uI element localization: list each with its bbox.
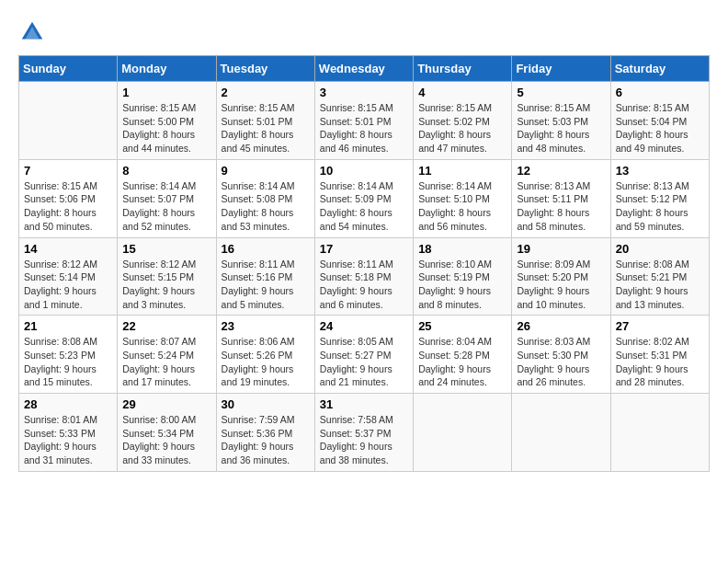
cell-week3-day5: 19Sunrise: 8:09 AM Sunset: 5:20 PM Dayli… (512, 237, 610, 316)
cell-week5-day0: 28Sunrise: 8:01 AM Sunset: 5:33 PM Dayli… (19, 394, 118, 472)
week-row-3: 14Sunrise: 8:12 AM Sunset: 5:14 PM Dayli… (19, 237, 710, 316)
day-number: 27 (616, 319, 704, 333)
day-info: Sunrise: 8:13 AM Sunset: 5:11 PM Dayligh… (517, 179, 605, 234)
day-info: Sunrise: 8:15 AM Sunset: 5:02 PM Dayligh… (418, 101, 506, 155)
cell-week3-day3: 17Sunrise: 8:11 AM Sunset: 5:18 PM Dayli… (314, 237, 413, 316)
day-info: Sunrise: 8:09 AM Sunset: 5:20 PM Dayligh… (517, 258, 605, 312)
day-number: 3 (320, 86, 408, 99)
calendar-header: Sunday Monday Tuesday Wednesday Thursday… (19, 56, 710, 82)
day-info: Sunrise: 8:04 AM Sunset: 5:28 PM Dayligh… (418, 335, 506, 389)
day-info: Sunrise: 8:14 AM Sunset: 5:08 PM Dayligh… (222, 179, 310, 234)
week-row-5: 28Sunrise: 8:01 AM Sunset: 5:33 PM Dayli… (19, 394, 710, 472)
day-info: Sunrise: 8:01 AM Sunset: 5:33 PM Dayligh… (24, 413, 112, 467)
cell-week2-day5: 12Sunrise: 8:13 AM Sunset: 5:11 PM Dayli… (512, 159, 610, 237)
header-friday: Friday (512, 56, 610, 82)
day-info: Sunrise: 8:03 AM Sunset: 5:30 PM Dayligh… (517, 335, 605, 389)
day-info: Sunrise: 8:07 AM Sunset: 5:24 PM Dayligh… (122, 335, 210, 389)
day-info: Sunrise: 8:11 AM Sunset: 5:16 PM Dayligh… (222, 258, 310, 312)
cell-week4-day4: 25Sunrise: 8:04 AM Sunset: 5:28 PM Dayli… (414, 316, 512, 394)
cell-week1-day4: 4Sunrise: 8:15 AM Sunset: 5:02 PM Daylig… (414, 82, 512, 160)
day-number: 25 (418, 319, 506, 333)
cell-week4-day1: 22Sunrise: 8:07 AM Sunset: 5:24 PM Dayli… (118, 316, 216, 394)
day-number: 5 (517, 86, 605, 99)
cell-week3-day0: 14Sunrise: 8:12 AM Sunset: 5:14 PM Dayli… (19, 237, 118, 316)
day-number: 23 (222, 319, 310, 333)
day-number: 24 (320, 319, 408, 333)
day-number: 14 (24, 242, 112, 256)
day-info: Sunrise: 8:15 AM Sunset: 5:06 PM Dayligh… (24, 179, 112, 234)
cell-week1-day0 (19, 82, 118, 160)
day-info: Sunrise: 8:11 AM Sunset: 5:18 PM Dayligh… (320, 258, 408, 312)
cell-week3-day1: 15Sunrise: 8:12 AM Sunset: 5:15 PM Dayli… (118, 237, 216, 316)
week-row-4: 21Sunrise: 8:08 AM Sunset: 5:23 PM Dayli… (19, 316, 710, 394)
cell-week4-day5: 26Sunrise: 8:03 AM Sunset: 5:30 PM Dayli… (512, 316, 610, 394)
cell-week1-day5: 5Sunrise: 8:15 AM Sunset: 5:03 PM Daylig… (512, 82, 610, 160)
cell-week2-day4: 11Sunrise: 8:14 AM Sunset: 5:10 PM Dayli… (414, 159, 512, 237)
day-number: 11 (418, 164, 506, 178)
day-number: 4 (418, 86, 506, 99)
day-number: 10 (320, 164, 408, 178)
day-info: Sunrise: 7:58 AM Sunset: 5:37 PM Dayligh… (320, 413, 408, 467)
day-info: Sunrise: 8:05 AM Sunset: 5:27 PM Dayligh… (320, 335, 408, 389)
day-number: 26 (517, 319, 605, 333)
day-number: 8 (122, 164, 210, 178)
header-monday: Monday (118, 56, 216, 82)
day-info: Sunrise: 8:15 AM Sunset: 5:03 PM Dayligh… (517, 101, 605, 155)
day-info: Sunrise: 8:12 AM Sunset: 5:15 PM Dayligh… (122, 258, 210, 312)
cell-week5-day3: 31Sunrise: 7:58 AM Sunset: 5:37 PM Dayli… (314, 394, 413, 472)
cell-week1-day6: 6Sunrise: 8:15 AM Sunset: 5:04 PM Daylig… (610, 82, 709, 160)
header-saturday: Saturday (610, 56, 709, 82)
day-number: 9 (222, 164, 310, 178)
day-info: Sunrise: 8:08 AM Sunset: 5:21 PM Dayligh… (616, 258, 704, 312)
cell-week4-day0: 21Sunrise: 8:08 AM Sunset: 5:23 PM Dayli… (19, 316, 118, 394)
logo (18, 18, 50, 46)
logo-icon (18, 18, 46, 46)
day-number: 13 (616, 164, 704, 178)
cell-week3-day6: 20Sunrise: 8:08 AM Sunset: 5:21 PM Dayli… (610, 237, 709, 316)
header-tuesday: Tuesday (216, 56, 314, 82)
calendar-table: Sunday Monday Tuesday Wednesday Thursday… (18, 55, 710, 472)
day-info: Sunrise: 8:15 AM Sunset: 5:01 PM Dayligh… (320, 101, 408, 155)
cell-week5-day6 (610, 394, 709, 472)
day-number: 21 (24, 319, 112, 333)
day-number: 29 (122, 397, 210, 411)
day-info: Sunrise: 8:02 AM Sunset: 5:31 PM Dayligh… (616, 335, 704, 389)
cell-week3-day2: 16Sunrise: 8:11 AM Sunset: 5:16 PM Dayli… (216, 237, 314, 316)
cell-week3-day4: 18Sunrise: 8:10 AM Sunset: 5:19 PM Dayli… (414, 237, 512, 316)
cell-week1-day2: 2Sunrise: 8:15 AM Sunset: 5:01 PM Daylig… (216, 82, 314, 160)
cell-week2-day1: 8Sunrise: 8:14 AM Sunset: 5:07 PM Daylig… (118, 159, 216, 237)
day-info: Sunrise: 8:08 AM Sunset: 5:23 PM Dayligh… (24, 335, 112, 389)
day-info: Sunrise: 8:15 AM Sunset: 5:00 PM Dayligh… (122, 101, 210, 155)
cell-week5-day4 (414, 394, 512, 472)
cell-week5-day1: 29Sunrise: 8:00 AM Sunset: 5:34 PM Dayli… (118, 394, 216, 472)
day-info: Sunrise: 7:59 AM Sunset: 5:36 PM Dayligh… (222, 413, 310, 467)
day-number: 19 (517, 242, 605, 256)
day-number: 7 (24, 164, 112, 178)
week-row-2: 7Sunrise: 8:15 AM Sunset: 5:06 PM Daylig… (19, 159, 710, 237)
header-row: Sunday Monday Tuesday Wednesday Thursday… (19, 56, 710, 82)
cell-week4-day2: 23Sunrise: 8:06 AM Sunset: 5:26 PM Dayli… (216, 316, 314, 394)
day-number: 20 (616, 242, 704, 256)
day-info: Sunrise: 8:00 AM Sunset: 5:34 PM Dayligh… (122, 413, 210, 467)
cell-week1-day1: 1Sunrise: 8:15 AM Sunset: 5:00 PM Daylig… (118, 82, 216, 160)
cell-week4-day6: 27Sunrise: 8:02 AM Sunset: 5:31 PM Dayli… (610, 316, 709, 394)
day-number: 28 (24, 397, 112, 411)
day-info: Sunrise: 8:06 AM Sunset: 5:26 PM Dayligh… (222, 335, 310, 389)
day-info: Sunrise: 8:13 AM Sunset: 5:12 PM Dayligh… (616, 179, 704, 234)
day-number: 18 (418, 242, 506, 256)
day-info: Sunrise: 8:15 AM Sunset: 5:01 PM Dayligh… (222, 101, 310, 155)
day-info: Sunrise: 8:12 AM Sunset: 5:14 PM Dayligh… (24, 258, 112, 312)
day-info: Sunrise: 8:15 AM Sunset: 5:04 PM Dayligh… (616, 101, 704, 155)
day-number: 12 (517, 164, 605, 178)
day-number: 1 (122, 86, 210, 99)
day-info: Sunrise: 8:14 AM Sunset: 5:10 PM Dayligh… (418, 179, 506, 234)
day-number: 31 (320, 397, 408, 411)
cell-week5-day5 (512, 394, 610, 472)
header-sunday: Sunday (19, 56, 118, 82)
header-wednesday: Wednesday (314, 56, 413, 82)
day-number: 16 (222, 242, 310, 256)
day-info: Sunrise: 8:14 AM Sunset: 5:09 PM Dayligh… (320, 179, 408, 234)
day-number: 15 (122, 242, 210, 256)
cell-week5-day2: 30Sunrise: 7:59 AM Sunset: 5:36 PM Dayli… (216, 394, 314, 472)
cell-week4-day3: 24Sunrise: 8:05 AM Sunset: 5:27 PM Dayli… (314, 316, 413, 394)
